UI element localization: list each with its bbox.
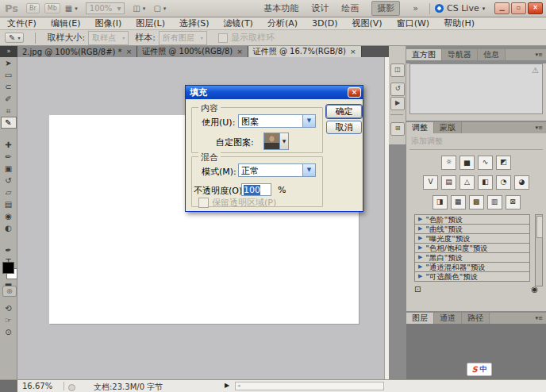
- pen-tool[interactable]: ✒: [1, 244, 17, 256]
- blur-tool[interactable]: ◉: [1, 210, 17, 222]
- arrange-documents-button[interactable]: ▦ ▾: [65, 4, 78, 13]
- black-white-icon[interactable]: ◧: [478, 175, 493, 190]
- levels-icon[interactable]: ▅: [459, 156, 475, 170]
- tool-preset-picker[interactable]: ✎ ▾: [5, 33, 24, 43]
- opacity-input[interactable]: 100: [241, 183, 271, 196]
- preset-scrollbar[interactable]: [535, 214, 543, 286]
- expand-arrow-icon[interactable]: ▶: [418, 271, 422, 282]
- invert-icon[interactable]: ◨: [433, 195, 448, 209]
- gradient-tool[interactable]: ▤: [1, 198, 17, 210]
- view-extras-button[interactable]: ◫ ▾: [133, 4, 145, 13]
- minimize-button[interactable]: ▁: [494, 2, 509, 14]
- channel-mixer-icon[interactable]: ◕: [514, 175, 529, 190]
- hand-tool[interactable]: ☞: [1, 314, 17, 326]
- statusbar-zoom-value[interactable]: 16.67%: [22, 382, 52, 390]
- workspace-design[interactable]: 设计: [311, 2, 329, 14]
- eyedropper-tool[interactable]: ✎: [1, 117, 17, 129]
- tab-channels[interactable]: 通道: [434, 313, 462, 324]
- tab-paths[interactable]: 路径: [462, 313, 490, 324]
- expand-arrow-icon[interactable]: ▶: [418, 233, 422, 244]
- clone-stamp-tool[interactable]: ▣: [1, 163, 17, 175]
- eraser-tool[interactable]: ▱: [1, 186, 17, 198]
- tab-info[interactable]: 信息: [478, 49, 506, 60]
- scrollbar-thumb[interactable]: [536, 216, 543, 238]
- panel-menu-icon[interactable]: ▾≡: [533, 49, 546, 60]
- zoom-tool[interactable]: ⊙: [1, 326, 17, 338]
- expand-arrow-icon[interactable]: ▶: [418, 243, 422, 253]
- panel-menu-icon[interactable]: ▾≡: [533, 313, 546, 324]
- ok-button[interactable]: 确定: [326, 105, 362, 118]
- minibridge-panel-icon[interactable]: ◫: [390, 63, 405, 77]
- healing-brush-tool[interactable]: ✚: [1, 139, 17, 151]
- selective-color-icon[interactable]: ⊠: [506, 195, 521, 209]
- bridge-button[interactable]: Br: [26, 3, 40, 13]
- history-panel-icon[interactable]: ↺: [390, 83, 405, 96]
- document-tab-1[interactable]: 2.jpg @ 100%(RGB/8#) * ×: [17, 46, 137, 57]
- show-sampling-ring-checkbox[interactable]: 显示取样环: [218, 32, 275, 44]
- minibridge-button[interactable]: Mb: [44, 3, 60, 13]
- curves-icon[interactable]: ∿: [478, 156, 493, 170]
- menu-filter[interactable]: 滤镜(T): [217, 17, 260, 29]
- ime-indicator[interactable]: S 中: [467, 363, 492, 376]
- fill-dialog-titlebar[interactable]: 填充 ×: [186, 86, 363, 99]
- expand-arrow-icon[interactable]: ▶: [418, 214, 422, 225]
- sample-size-dropdown[interactable]: 取样点 ▾: [88, 31, 129, 45]
- photo-filter-icon[interactable]: ◔: [496, 175, 511, 190]
- return-to-adjustment-list-icon[interactable]: ⊡: [414, 285, 421, 294]
- menu-image[interactable]: 图像(I): [87, 17, 129, 29]
- vibrance-icon[interactable]: V: [423, 175, 438, 190]
- document-tab-3-active[interactable]: 证件照 @ 16.7%(RGB/8) ×: [248, 46, 362, 57]
- expand-arrow-icon[interactable]: ▶: [418, 262, 422, 272]
- lasso-tool[interactable]: ⊂: [1, 81, 17, 93]
- chevron-down-icon[interactable]: ▼: [279, 133, 288, 149]
- workspace-essentials[interactable]: 基本功能: [263, 2, 298, 14]
- close-icon[interactable]: ×: [236, 48, 243, 56]
- workspace-overflow-icon[interactable]: »: [413, 3, 418, 13]
- close-icon[interactable]: ×: [126, 48, 133, 56]
- dodge-tool[interactable]: ◐: [1, 222, 17, 234]
- menu-analysis[interactable]: 分析(A): [260, 17, 305, 29]
- sample-dropdown[interactable]: 所有图层 ▾: [159, 31, 207, 45]
- tab-adjustments[interactable]: 调整: [406, 122, 434, 133]
- menu-view[interactable]: 视图(V): [345, 17, 390, 29]
- menu-file[interactable]: 文件(F): [0, 17, 44, 29]
- marquee-tool[interactable]: ▭: [1, 69, 17, 81]
- posterize-icon[interactable]: ▦: [451, 195, 466, 209]
- gradient-map-icon[interactable]: ▥: [487, 195, 502, 209]
- actions-panel-icon[interactable]: ▶: [390, 97, 405, 110]
- move-tool[interactable]: ➤: [1, 57, 17, 69]
- pattern-thumbnail[interactable]: [264, 133, 279, 149]
- tab-histogram[interactable]: 直方图: [406, 49, 442, 60]
- clone-source-panel-icon[interactable]: ⊞: [390, 122, 405, 136]
- close-button[interactable]: ×: [528, 2, 543, 14]
- exposure-icon[interactable]: ◩: [496, 156, 511, 170]
- custom-pattern-picker[interactable]: ▼: [263, 133, 289, 150]
- history-brush-tool[interactable]: ↺: [1, 175, 17, 186]
- chevron-down-icon[interactable]: ▼: [302, 164, 315, 176]
- horizontal-scrollbar[interactable]: ◂: [235, 382, 384, 390]
- quick-mask-button[interactable]: ◎: [2, 286, 17, 297]
- restore-button[interactable]: ▫: [511, 2, 526, 14]
- brightness-contrast-icon[interactable]: ☼: [441, 156, 456, 170]
- menu-window[interactable]: 窗口(W): [390, 17, 436, 29]
- close-icon[interactable]: ×: [348, 87, 361, 98]
- menu-layer[interactable]: 图层(L): [129, 17, 172, 29]
- expand-arrow-icon[interactable]: ▶: [418, 252, 422, 263]
- panel-menu-icon[interactable]: ▾≡: [533, 122, 546, 133]
- menu-help[interactable]: 帮助(H): [436, 17, 482, 29]
- screen-mode-button[interactable]: ▢ ▾: [153, 4, 166, 13]
- workspace-photography[interactable]: 摄影: [371, 1, 400, 16]
- hue-saturation-icon[interactable]: ▤: [441, 175, 456, 190]
- chevron-down-icon[interactable]: ▼: [302, 115, 315, 127]
- zoom-level-dropdown[interactable]: 100% ▾: [86, 2, 125, 14]
- tab-navigator[interactable]: 导航器: [442, 49, 478, 60]
- preset-selective-color[interactable]: ▶ "可选颜色"预设: [414, 271, 530, 282]
- threshold-icon[interactable]: ▩: [469, 195, 484, 209]
- crop-tool[interactable]: ⌗: [1, 105, 17, 117]
- toolbox-collapse-button[interactable]: »: [0, 46, 17, 57]
- statusbar-menu-arrow-icon[interactable]: ▶: [225, 382, 229, 389]
- rotate-view-tool[interactable]: ⟲: [1, 302, 17, 314]
- foreground-color-swatch[interactable]: [2, 262, 14, 274]
- histogram-warning-icon[interactable]: ⚠: [532, 66, 539, 75]
- workspace-painting[interactable]: 绘画: [341, 2, 359, 14]
